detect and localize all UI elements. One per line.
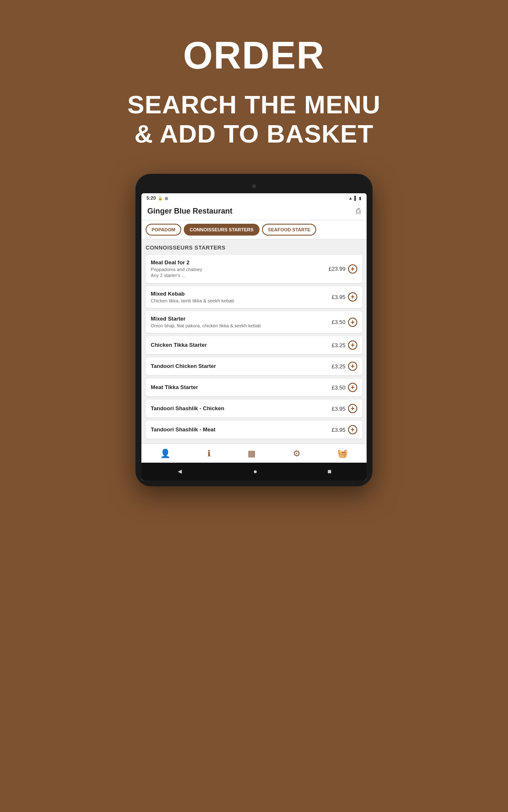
lock-icon	[158, 195, 163, 200]
menu-item-price: £3.50	[331, 319, 345, 325]
menu-item-name: Meat Tikka Starter	[151, 384, 331, 390]
menu-item-price: £23.99	[329, 266, 345, 272]
menu-item-info: Tandoori Shashlik - Chicken	[151, 405, 331, 412]
add-item-button[interactable]: +	[348, 383, 357, 392]
tab-connoisseurs-starters[interactable]: CONNOISSEURS STARTERS	[184, 224, 260, 236]
menu-item-right: £3.25 +	[331, 340, 357, 350]
status-time: 5:20	[146, 195, 168, 200]
menu-item-name: Tandoori Chicken Starter	[151, 363, 331, 369]
bottom-nav: 👤 ℹ ▦ ⚙ 🧺	[141, 444, 367, 463]
menu-item-price: £3.95	[331, 427, 345, 433]
menu-item-desc: Chicken tikka, lamb tikka & seekh kebab	[151, 298, 331, 304]
menu-item-price: £3.25	[331, 363, 345, 370]
menu-item-price: £3.95	[331, 294, 345, 300]
nav-profile-icon[interactable]: 👤	[160, 448, 171, 458]
content-area: CONNOISSEURS STARTERS Meal Deal for 2 Po…	[141, 239, 367, 444]
status-bar: 5:20	[141, 193, 367, 203]
tablet-screen: 5:20 Ginger Blue Restaurant ⎙ POPADOM CO…	[141, 193, 367, 480]
menu-item-right: £3.50 +	[331, 383, 357, 392]
menu-item-info: Meal Deal for 2 Poppadoms and chatneyAny…	[151, 259, 329, 279]
tablet-camera	[252, 184, 256, 188]
status-icons	[348, 195, 362, 200]
add-item-button[interactable]: +	[348, 292, 357, 302]
menu-item-right: £3.95 +	[331, 292, 357, 302]
wifi-icon	[348, 195, 353, 200]
tab-seafood-starters[interactable]: SEAFOOD STARTE	[262, 224, 317, 236]
menu-item-price: £3.25	[331, 342, 345, 348]
android-home-button[interactable]: ●	[253, 468, 257, 475]
table-row: Mixed Kebab Chicken tikka, lamb tikka & …	[146, 286, 362, 308]
menu-item-right: £3.25 +	[331, 362, 357, 371]
add-item-button[interactable]: +	[348, 318, 357, 327]
menu-item-right: £3.95 +	[331, 425, 357, 434]
add-item-button[interactable]: +	[348, 264, 357, 274]
location-icon	[165, 195, 168, 200]
page-subtitle: SEARCH THE MENU& ADD TO BASKET	[127, 90, 381, 148]
tab-popadom[interactable]: POPADOM	[146, 224, 181, 236]
menu-item-info: Mixed Starter Onion bhaji, filat pakora,…	[151, 315, 331, 329]
table-row: Chicken Tikka Starter £3.25 +	[146, 336, 362, 354]
menu-item-info: Chicken Tikka Starter	[151, 342, 331, 349]
tabs-row: POPADOM CONNOISSEURS STARTERS SEAFOOD ST…	[141, 220, 367, 239]
menu-item-right: £3.50 +	[331, 318, 357, 327]
tablet-device: 5:20 Ginger Blue Restaurant ⎙ POPADOM CO…	[135, 174, 373, 486]
menu-item-info: Mixed Kebab Chicken tikka, lamb tikka & …	[151, 291, 331, 304]
nav-basket-icon[interactable]: 🧺	[337, 448, 348, 458]
menu-item-desc: Onion bhaji, filat pakora, chicken tikka…	[151, 323, 331, 329]
menu-item-name: Meal Deal for 2	[151, 259, 329, 266]
menu-item-name: Tandoori Shashlik - Meat	[151, 426, 331, 433]
menu-item-desc: Poppadoms and chatneyAny 2 starter's ...	[151, 266, 329, 279]
add-item-button[interactable]: +	[348, 404, 357, 413]
menu-items-list: Meal Deal for 2 Poppadoms and chatneyAny…	[146, 255, 362, 439]
menu-item-name: Tandoori Shashlik - Chicken	[151, 405, 331, 411]
restaurant-name: Ginger Blue Restaurant	[147, 207, 232, 216]
menu-item-right: £23.99 +	[329, 264, 357, 274]
add-item-button[interactable]: +	[348, 362, 357, 371]
android-nav-bar: ◄ ● ■	[141, 463, 367, 480]
nav-info-icon[interactable]: ℹ	[207, 448, 211, 458]
table-row: Mixed Starter Onion bhaji, filat pakora,…	[146, 311, 362, 333]
android-back-button[interactable]: ◄	[177, 468, 183, 475]
table-row: Tandoori Shashlik - Chicken £3.95 +	[146, 400, 362, 417]
menu-item-price: £3.95	[331, 406, 345, 412]
menu-item-price: £3.50	[331, 384, 345, 391]
menu-item-info: Tandoori Chicken Starter	[151, 363, 331, 370]
table-row: Tandoori Shashlik - Meat £3.95 +	[146, 421, 362, 439]
menu-item-right: £3.95 +	[331, 404, 357, 413]
section-title: CONNOISSEURS STARTERS	[146, 244, 362, 251]
android-recent-button[interactable]: ■	[328, 468, 332, 475]
signal-icon	[354, 195, 357, 200]
menu-item-info: Meat Tikka Starter	[151, 384, 331, 391]
nav-menu-icon[interactable]: ▦	[248, 448, 256, 458]
menu-item-name: Mixed Starter	[151, 315, 331, 322]
battery-icon	[359, 195, 362, 200]
table-row: Meat Tikka Starter £3.50 +	[146, 379, 362, 396]
table-row: Meal Deal for 2 Poppadoms and chatneyAny…	[146, 255, 362, 283]
menu-item-info: Tandoori Shashlik - Meat	[151, 426, 331, 433]
menu-item-name: Chicken Tikka Starter	[151, 342, 331, 348]
menu-item-name: Mixed Kebab	[151, 291, 331, 297]
add-item-button[interactable]: +	[348, 340, 357, 350]
nav-settings-icon[interactable]: ⚙	[293, 448, 301, 458]
table-row: Tandoori Chicken Starter £3.25 +	[146, 357, 362, 375]
app-header: Ginger Blue Restaurant ⎙	[141, 203, 367, 220]
page-title: ORDER	[183, 34, 325, 77]
tablet-top-bar	[141, 181, 367, 191]
add-item-button[interactable]: +	[348, 425, 357, 434]
share-icon[interactable]: ⎙	[356, 207, 361, 216]
